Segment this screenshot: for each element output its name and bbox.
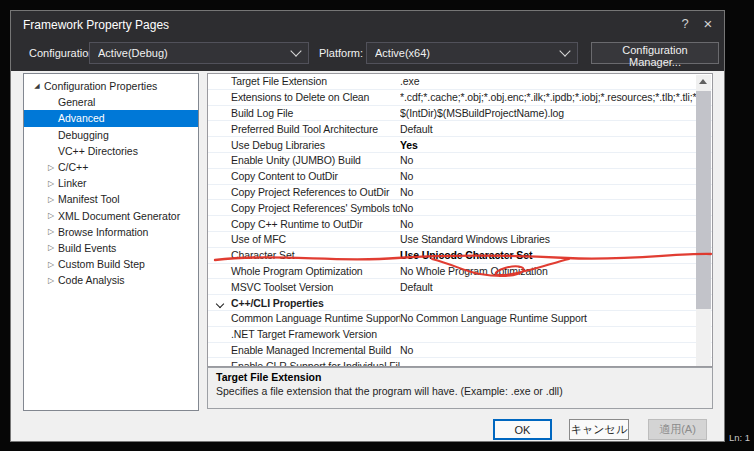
tree-item-label: Configuration Properties — [44, 80, 157, 92]
grid-scrollbar[interactable] — [696, 75, 711, 367]
property-row[interactable]: Copy C++ Runtime to OutDirNo — [208, 216, 712, 232]
tree-collapsed-icon[interactable]: ▷ — [44, 163, 58, 172]
property-label: Character Set — [208, 249, 400, 261]
configuration-manager-button[interactable]: Configuration Manager... — [591, 42, 719, 64]
tree-item-xml-document-generator[interactable]: ▷XML Document Generator — [24, 208, 198, 224]
tree-item-code-analysis[interactable]: ▷Code Analysis — [24, 272, 198, 288]
tree-expanded-icon[interactable]: ◢ — [30, 82, 44, 90]
property-row[interactable]: Character SetUse Unicode Character Set — [208, 248, 712, 264]
tree-item-label: Custom Build Step — [58, 258, 145, 270]
property-label: Use Debug Libraries — [208, 139, 400, 151]
screen-background: Framework Property Pages ? × Configurati… — [0, 0, 754, 451]
tree-collapsed-icon[interactable]: ▷ — [44, 211, 58, 220]
property-row[interactable]: MSVC Toolset VersionDefault — [208, 279, 712, 295]
property-label: Build Log File — [208, 107, 400, 119]
tree-collapsed-icon[interactable]: ▷ — [44, 260, 58, 269]
property-row[interactable]: Enable Unity (JUMBO) BuildNo — [208, 153, 712, 169]
tree-item-label: Build Events — [58, 242, 116, 254]
tree-collapsed-icon[interactable]: ▷ — [44, 243, 58, 252]
description-panel: Target File Extension Specifies a file e… — [207, 367, 713, 409]
property-value[interactable]: Use Unicode Character Set — [400, 249, 712, 261]
property-row[interactable]: Build Log File$(IntDir)$(MSBuildProjectN… — [208, 106, 712, 122]
property-label: C++/CLI Properties — [231, 297, 324, 309]
tree-collapsed-icon[interactable]: ▷ — [44, 179, 58, 188]
property-row[interactable]: Copy Project References' Symbols to OutD… — [208, 200, 712, 216]
tree-item-build-events[interactable]: ▷Build Events — [24, 240, 198, 256]
property-value[interactable]: No — [400, 186, 712, 198]
property-row[interactable]: Use Debug LibrariesYes — [208, 137, 712, 153]
property-value[interactable]: No Whole Program Optimization — [400, 265, 712, 277]
property-row[interactable]: Enable Managed Incremental BuildNo — [208, 343, 712, 359]
property-label: Extensions to Delete on Clean — [208, 91, 400, 103]
property-row[interactable]: Copy Content to OutDirNo — [208, 169, 712, 185]
configuration-select[interactable]: Active(Debug) — [89, 42, 309, 64]
property-value[interactable]: Default — [400, 123, 712, 135]
tree-item-advanced[interactable]: Advanced — [24, 110, 198, 126]
tree-item-manifest-tool[interactable]: ▷Manifest Tool — [24, 191, 198, 207]
property-label: Copy Content to OutDir — [208, 170, 400, 182]
tree-item-label: Browse Information — [58, 226, 148, 238]
tree-item-label: Debugging — [58, 129, 109, 141]
property-value[interactable]: Yes — [400, 139, 712, 151]
property-value[interactable]: .exe — [400, 75, 712, 87]
tree-item-custom-build-step[interactable]: ▷Custom Build Step — [24, 256, 198, 272]
property-value[interactable]: Default — [400, 281, 712, 293]
property-row[interactable]: Target File Extension.exe — [208, 74, 712, 90]
property-row[interactable]: Whole Program OptimizationNo Whole Progr… — [208, 264, 712, 280]
tree-item-linker[interactable]: ▷Linker — [24, 175, 198, 191]
property-value[interactable]: No — [400, 154, 712, 166]
tree-item-c-c-[interactable]: ▷C/C++ — [24, 159, 198, 175]
scrollbar-thumb[interactable] — [696, 91, 711, 309]
property-value[interactable]: No — [400, 202, 712, 214]
property-row[interactable]: Preferred Build Tool ArchitectureDefault — [208, 121, 712, 137]
tree-item-general[interactable]: General — [24, 94, 198, 110]
tree-item-browse-information[interactable]: ▷Browse Information — [24, 224, 198, 240]
property-value[interactable]: No — [400, 170, 712, 182]
property-row[interactable]: .NET Target Framework Version — [208, 327, 712, 343]
property-value[interactable]: No Common Language Runtime Support — [400, 312, 712, 324]
property-label: Common Language Runtime Support — [208, 312, 400, 324]
tree-collapsed-icon[interactable]: ▷ — [44, 227, 58, 236]
property-value[interactable]: $(IntDir)$(MSBuildProjectName).log — [400, 107, 712, 119]
property-label: Copy C++ Runtime to OutDir — [208, 218, 400, 230]
scroll-up-icon[interactable] — [699, 79, 707, 84]
property-row[interactable]: Use of MFCUse Standard Windows Libraries — [208, 232, 712, 248]
platform-label: Platform: — [319, 47, 363, 59]
property-value[interactable]: No — [400, 218, 712, 230]
chevron-down-icon — [290, 45, 301, 56]
section-collapse-icon[interactable] — [208, 299, 231, 307]
property-row[interactable]: Extensions to Delete on Clean*.cdf;*.cac… — [208, 90, 712, 106]
cancel-button[interactable]: キャンセル — [569, 419, 629, 440]
tree-item-label: Manifest Tool — [58, 193, 120, 205]
property-label: Target File Extension — [208, 75, 400, 87]
ok-button[interactable]: OK — [493, 419, 552, 440]
tree-item-vc-directories[interactable]: VC++ Directories — [24, 143, 198, 159]
tree-item-label: C/C++ — [58, 161, 88, 173]
dialog-title: Framework Property Pages — [23, 18, 169, 32]
tree-item-configuration-properties[interactable]: ◢Configuration Properties — [24, 78, 198, 94]
apply-button[interactable]: 適用(A) — [648, 419, 707, 440]
property-label: Copy Project References to OutDir — [208, 186, 400, 198]
tree-item-label: VC++ Directories — [58, 145, 138, 157]
close-icon[interactable]: × — [699, 15, 717, 33]
tree-item-debugging[interactable]: Debugging — [24, 127, 198, 143]
dialog-titlebar[interactable]: Framework Property Pages ? × — [11, 11, 724, 37]
property-value[interactable]: *.cdf;*.cache;*.obj;*.obj.enc;*.ilk;*.ip… — [400, 91, 712, 103]
tree-collapsed-icon[interactable]: ▷ — [44, 276, 58, 285]
property-row[interactable]: Copy Project References to OutDirNo — [208, 185, 712, 201]
description-text: Specifies a file extension that the prog… — [216, 385, 704, 397]
property-pages-dialog: Framework Property Pages ? × Configurati… — [10, 10, 725, 442]
tree-collapsed-icon[interactable]: ▷ — [44, 195, 58, 204]
property-tree: ◢Configuration PropertiesGeneralAdvanced… — [23, 73, 199, 411]
platform-select[interactable]: Active(x64) — [366, 42, 578, 64]
property-value[interactable]: No — [400, 344, 712, 356]
property-row[interactable]: Enable CLR Support for Individual Files — [208, 358, 712, 367]
property-label: Enable Managed Incremental Build — [208, 344, 400, 356]
property-label: Whole Program Optimization — [208, 265, 400, 277]
dialog-body: ◢Configuration PropertiesGeneralAdvanced… — [11, 71, 724, 441]
property-value[interactable]: Use Standard Windows Libraries — [400, 233, 712, 245]
grid-section-header[interactable]: C++/CLI Properties — [208, 295, 712, 311]
help-icon[interactable]: ? — [676, 15, 694, 33]
tree-item-label: Advanced — [58, 112, 105, 124]
property-row[interactable]: Common Language Runtime SupportNo Common… — [208, 311, 712, 327]
